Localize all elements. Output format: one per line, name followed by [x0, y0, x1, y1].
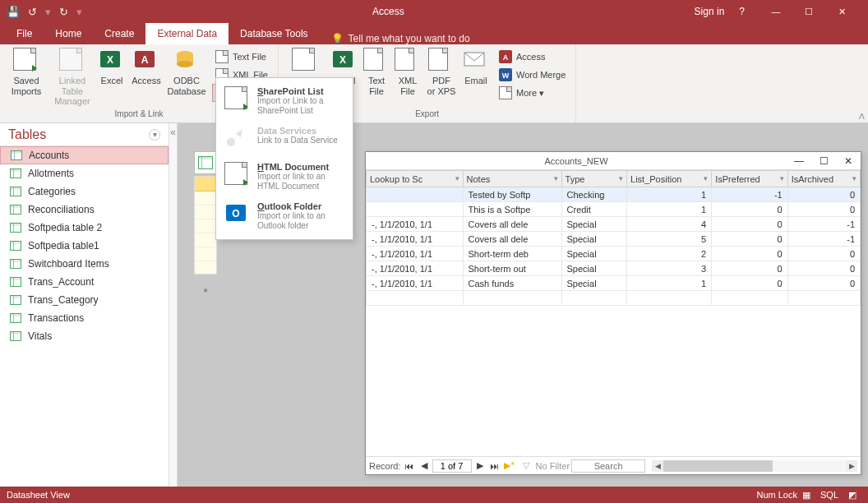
table-icon [10, 187, 21, 196]
data-grid[interactable]: Lookup to Sc▾Notes▾Type▾List_Position▾Is… [366, 170, 861, 456]
rec-prev-button[interactable]: ◀ [418, 460, 431, 471]
table-icon [10, 241, 21, 251]
table-row[interactable]: This is a SoftpeCredit100 [367, 202, 861, 217]
import-more-menu: SharePoint ListImport or Link to a Share… [215, 77, 353, 240]
table-icon [10, 205, 21, 215]
tab-create[interactable]: Create [93, 23, 145, 44]
view-design-icon[interactable]: ◩ [843, 490, 861, 501]
table-row[interactable]: -, 1/1/2010, 1/1Short-term debSpecial200 [367, 247, 861, 261]
table-icon [10, 295, 21, 305]
column-header[interactable]: Notes▾ [463, 171, 561, 187]
export-access-button[interactable]: AAccess [496, 48, 569, 66]
column-header[interactable]: List_Position▾ [627, 171, 712, 187]
undo-icon[interactable]: ↺ [28, 6, 37, 18]
table-row[interactable]: -, 1/1/2010, 1/1Covers all deleSpecial40… [367, 217, 861, 232]
column-header[interactable]: Type▾ [561, 171, 627, 187]
rec-next-button[interactable]: ▶ [473, 460, 487, 471]
navigation-pane: Tables ▾ AccountsAllotmentsCategoriesRec… [0, 123, 169, 487]
svg-text:O: O [232, 208, 239, 219]
help-icon[interactable]: ? [739, 6, 745, 17]
rec-position-input[interactable] [432, 459, 472, 473]
nav-item-softpedia-table-2[interactable]: Softpedia table 2 [0, 219, 169, 237]
export-xml-button[interactable]: XML File [392, 46, 423, 98]
nav-item-softpedia-table1[interactable]: Softpedia table1 [0, 237, 169, 255]
column-header[interactable]: IsArchived▾ [787, 171, 860, 187]
export-email-button[interactable]: Email [459, 46, 492, 88]
quick-access-toolbar: 💾 ↺ ▾ ↻ ▾ [0, 6, 82, 18]
export-text-button[interactable]: Text File [361, 46, 392, 98]
maximize-button[interactable]: ☐ [792, 0, 825, 23]
minimize-button[interactable]: — [760, 0, 792, 23]
column-header[interactable]: IsPreferred▾ [712, 171, 787, 187]
close-button[interactable]: ✕ [825, 0, 858, 23]
nav-filter-icon[interactable]: ▾ [149, 129, 160, 141]
tab-external-data[interactable]: External Data [145, 23, 229, 44]
table-row[interactable]: -, 1/1/2010, 1/1Short-term outSpecial300 [367, 261, 861, 276]
nav-item-trans_category[interactable]: Trans_Category [0, 291, 169, 309]
svg-text:X: X [339, 54, 346, 66]
table-icon [11, 150, 22, 160]
svg-point-6 [177, 61, 193, 67]
import-access-button[interactable]: A Access [128, 46, 164, 88]
svg-text:A: A [141, 54, 149, 66]
table-icon [10, 313, 21, 323]
svg-text:X: X [107, 54, 113, 66]
table-icon [10, 277, 21, 287]
nav-collapse-button[interactable]: « [169, 123, 178, 487]
linked-table-manager-button: Linked Table Manager [49, 46, 95, 108]
nav-item-allotments[interactable]: Allotments [0, 164, 169, 182]
new-row-marker: * [194, 286, 217, 298]
save-icon[interactable]: 💾 [7, 6, 20, 18]
import-excel-button[interactable]: X Excel [95, 46, 128, 88]
redo-icon[interactable]: ↻ [59, 6, 68, 18]
view-sql-icon[interactable]: SQL [815, 490, 843, 500]
export-pdf-button[interactable]: PDF or XPS [423, 46, 459, 98]
search-input[interactable] [571, 459, 645, 473]
design-tab-icon[interactable] [194, 151, 217, 174]
tab-file[interactable]: File [5, 23, 44, 44]
table-row[interactable]: Tested by SoftpChecking1-10 [367, 187, 861, 202]
import-text-file-button[interactable]: Text File [212, 48, 271, 66]
nav-item-categories[interactable]: Categories [0, 182, 169, 201]
rec-new-button[interactable]: ▶* [503, 460, 516, 471]
app-title: Access [82, 6, 695, 17]
sub-minimize-button[interactable]: — [787, 155, 811, 167]
nav-item-trans_account[interactable]: Trans_Account [0, 273, 169, 291]
nav-item-accounts[interactable]: Accounts [0, 146, 169, 164]
svg-text:A: A [503, 53, 509, 62]
rec-first-button[interactable]: ⏮ [403, 461, 416, 471]
export-more-button[interactable]: More ▾ [496, 84, 569, 102]
undo-more-icon[interactable]: ▾ [45, 6, 51, 18]
menu-outlook-folder[interactable]: O Outlook FolderImport or link to an Out… [218, 196, 351, 236]
filter-icon[interactable]: ▽ [518, 460, 534, 471]
column-header[interactable]: Lookup to Sc▾ [367, 171, 464, 187]
tab-home[interactable]: Home [44, 23, 93, 44]
table-icon [10, 223, 21, 233]
sub-maximize-button[interactable]: ☐ [811, 155, 836, 167]
collapse-ribbon-icon[interactable]: ᐱ [859, 112, 865, 121]
tell-me[interactable]: 💡 Tell me what you want to do [320, 33, 482, 44]
menu-sharepoint-list[interactable]: SharePoint ListImport or Link to a Share… [218, 81, 351, 121]
horizontal-scrollbar[interactable]: ◀▶ [652, 460, 857, 472]
signin-link[interactable]: Sign in [695, 6, 725, 17]
qat-customize-icon[interactable]: ▾ [76, 6, 82, 18]
new-row[interactable] [367, 291, 861, 306]
nav-item-switchboard-items[interactable]: Switchboard Items [0, 255, 169, 273]
export-word-merge-button[interactable]: WWord Merge [496, 66, 569, 84]
table-row[interactable]: -, 1/1/2010, 1/1Covers all deleSpecial50… [367, 232, 861, 247]
nav-item-vitals[interactable]: Vitals [0, 327, 169, 345]
table-row[interactable]: -, 1/1/2010, 1/1Cash fundsSpecial100 [367, 276, 861, 291]
status-bar: Datasheet View Num Lock ▦ SQL ◩ [0, 487, 868, 503]
import-odbc-button[interactable]: ODBC Database [164, 46, 209, 98]
view-datasheet-icon[interactable]: ▦ [797, 490, 815, 501]
menu-html-document[interactable]: HTML DocumentImport or link to an HTML D… [218, 157, 351, 196]
saved-imports-button[interactable]: Saved Imports [3, 46, 49, 98]
status-numlock: Num Lock [756, 490, 797, 500]
ribbon: Saved Imports Linked Table Manager X Exc… [0, 44, 868, 123]
sub-close-button[interactable]: ✕ [836, 155, 861, 167]
nav-header[interactable]: Tables ▾ [0, 123, 169, 146]
rec-last-button[interactable]: ⏭ [488, 461, 501, 471]
nav-item-transactions[interactable]: Transactions [0, 309, 169, 327]
nav-item-reconciliations[interactable]: Reconciliations [0, 201, 169, 219]
tab-database-tools[interactable]: Database Tools [229, 23, 320, 44]
